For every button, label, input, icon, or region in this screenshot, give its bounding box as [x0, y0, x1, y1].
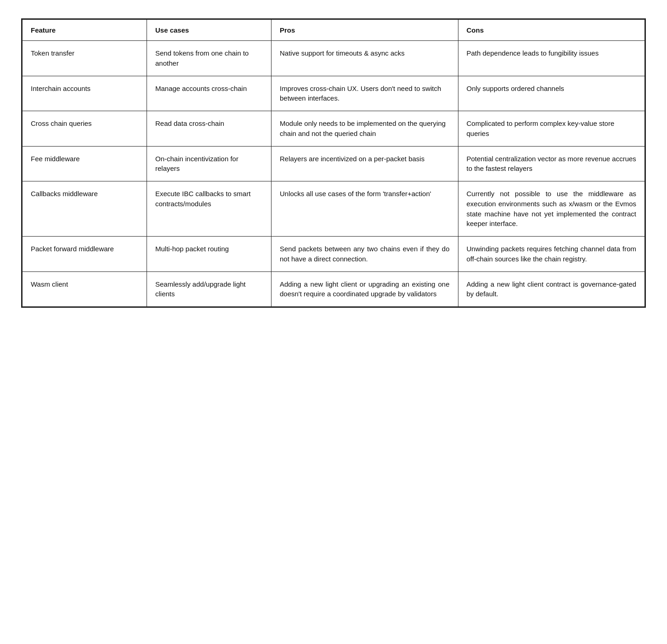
cell-pros: Send packets between any two chains even… — [271, 237, 458, 272]
header-pros: Pros — [271, 20, 458, 41]
header-cons: Cons — [458, 20, 645, 41]
cell-cons: Path dependence leads to fungibility iss… — [458, 41, 645, 76]
cell-cons: Complicated to perform complex key-value… — [458, 111, 645, 147]
cell-cons: Currently not possible to use the middle… — [458, 181, 645, 237]
cell-pros: Improves cross-chain UX. Users don't nee… — [271, 76, 458, 111]
comparison-table: Feature Use cases Pros Cons Token transf… — [22, 19, 645, 307]
cell-usecases: Execute IBC callbacks to smart contracts… — [147, 181, 271, 237]
table-row: Token transferSend tokens from one chain… — [23, 41, 645, 76]
header-usecases: Use cases — [147, 20, 271, 41]
cell-cons: Unwinding packets requires fetching chan… — [458, 237, 645, 272]
cell-usecases: Seamlessly add/upgrade light clients — [147, 271, 271, 307]
cell-feature: Callbacks middleware — [23, 181, 147, 237]
cell-usecases: Read data cross-chain — [147, 111, 271, 147]
header-feature: Feature — [23, 20, 147, 41]
table-row: Fee middlewareOn-chain incentivization f… — [23, 146, 645, 181]
table-row: Wasm clientSeamlessly add/upgrade light … — [23, 271, 645, 307]
cell-cons: Only supports ordered channels — [458, 76, 645, 111]
cell-feature: Packet forward middleware — [23, 237, 147, 272]
cell-pros: Relayers are incentivized on a per-packe… — [271, 146, 458, 181]
cell-usecases: Manage accounts cross-chain — [147, 76, 271, 111]
table-row: Callbacks middlewareExecute IBC callback… — [23, 181, 645, 237]
cell-feature: Wasm client — [23, 271, 147, 307]
cell-cons: Adding a new light client contract is go… — [458, 271, 645, 307]
cell-usecases: Send tokens from one chain to another — [147, 41, 271, 76]
cell-usecases: On-chain incentivization for relayers — [147, 146, 271, 181]
cell-feature: Cross chain queries — [23, 111, 147, 147]
cell-pros: Native support for timeouts & async acks — [271, 41, 458, 76]
cell-pros: Module only needs to be implemented on t… — [271, 111, 458, 147]
main-table-wrapper: Feature Use cases Pros Cons Token transf… — [21, 18, 646, 308]
cell-feature: Interchain accounts — [23, 76, 147, 111]
table-row: Cross chain queriesRead data cross-chain… — [23, 111, 645, 147]
table-header-row: Feature Use cases Pros Cons — [23, 20, 645, 41]
cell-usecases: Multi-hop packet routing — [147, 237, 271, 272]
cell-feature: Token transfer — [23, 41, 147, 76]
table-row: Packet forward middlewareMulti-hop packe… — [23, 237, 645, 272]
cell-pros: Adding a new light client or upgrading a… — [271, 271, 458, 307]
cell-pros: Unlocks all use cases of the form 'trans… — [271, 181, 458, 237]
table-row: Interchain accountsManage accounts cross… — [23, 76, 645, 111]
cell-cons: Potential centralization vector as more … — [458, 146, 645, 181]
cell-feature: Fee middleware — [23, 146, 147, 181]
